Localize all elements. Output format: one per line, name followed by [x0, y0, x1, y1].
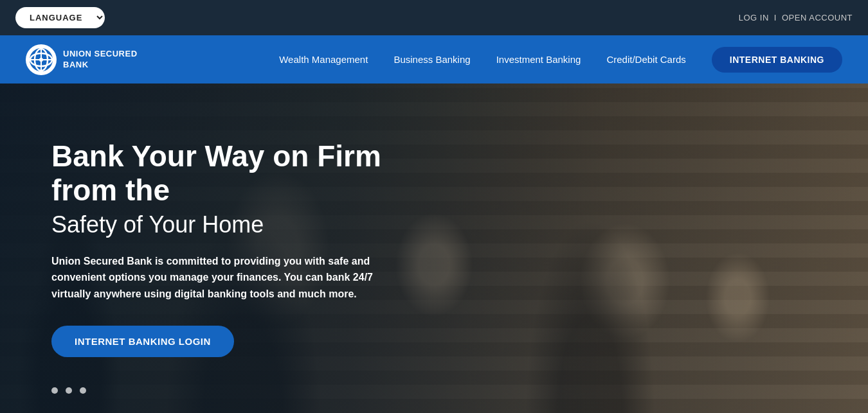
hero-title-bold: Bank Your Way on Firm from the: [51, 139, 439, 207]
social-dot-2: [66, 387, 72, 394]
internet-banking-button[interactable]: INTERNET BANKING: [712, 47, 842, 73]
logo-svg: [29, 48, 53, 72]
open-account-link[interactable]: OPEN ACCOUNT: [782, 13, 853, 22]
nav-item-credit-debit-cards[interactable]: Credit/Debit Cards: [606, 54, 685, 65]
hero-social-indicators: [51, 387, 86, 394]
hero-content: Bank Your Way on Firm from the Safety of…: [0, 83, 478, 413]
hero-section: Bank Your Way on Firm from the Safety of…: [0, 83, 868, 413]
hero-login-button[interactable]: INTERNET BANKING LOGIN: [51, 326, 234, 357]
top-bar: LANGUAGE English French Spanish LOG IN I…: [0, 0, 868, 35]
logo-text: UNION SECURED BANK: [63, 49, 138, 71]
logo-icon: [26, 44, 57, 75]
nav-bar: UNION SECURED BANK Wealth Management Bus…: [0, 35, 868, 83]
hero-description: Union Secured Bank is committed to provi…: [51, 253, 373, 303]
language-select[interactable]: LANGUAGE English French Spanish: [15, 7, 105, 28]
social-dot-3: [80, 387, 86, 394]
hero-title-light: Safety of Your Home: [51, 210, 439, 240]
nav-item-investment-banking[interactable]: Investment Banking: [496, 54, 581, 65]
top-bar-divider: I: [774, 13, 777, 22]
logo-area[interactable]: UNION SECURED BANK: [26, 44, 138, 75]
top-bar-right: LOG IN I OPEN ACCOUNT: [739, 13, 853, 22]
nav-item-business-banking[interactable]: Business Banking: [393, 54, 470, 65]
social-dot-1: [51, 387, 58, 394]
login-link[interactable]: LOG IN: [739, 13, 769, 22]
nav-item-wealth-management[interactable]: Wealth Management: [279, 54, 368, 65]
nav-links: Wealth Management Business Banking Inves…: [279, 47, 842, 73]
